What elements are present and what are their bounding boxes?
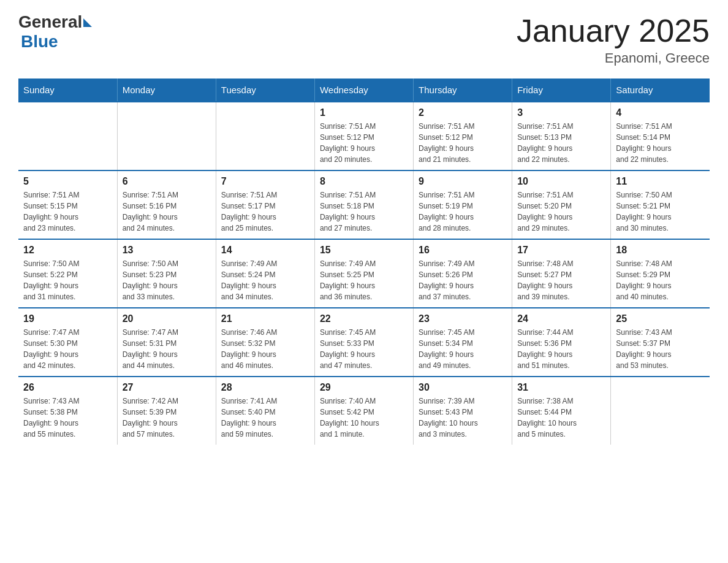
day-number: 8 [320,176,408,187]
day-cell: 8Sunrise: 7:51 AMSunset: 5:18 PMDaylight… [314,170,413,239]
day-cell: 14Sunrise: 7:49 AMSunset: 5:24 PMDayligh… [216,239,314,308]
day-info: Sunrise: 7:51 AMSunset: 5:16 PMDaylight:… [123,190,211,234]
header-cell-wednesday: Wednesday [314,79,413,102]
day-number: 16 [419,245,507,256]
week-row-5: 26Sunrise: 7:43 AMSunset: 5:38 PMDayligh… [18,377,710,445]
day-info: Sunrise: 7:51 AMSunset: 5:17 PMDaylight:… [221,190,309,234]
day-cell: 11Sunrise: 7:50 AMSunset: 5:21 PMDayligh… [611,170,710,239]
day-cell: 21Sunrise: 7:46 AMSunset: 5:32 PMDayligh… [216,308,314,377]
day-info: Sunrise: 7:41 AMSunset: 5:40 PMDaylight:… [221,396,309,440]
day-cell: 4Sunrise: 7:51 AMSunset: 5:14 PMDaylight… [611,102,710,170]
day-number: 30 [419,382,507,393]
day-number: 14 [221,245,309,256]
day-number: 10 [517,176,605,187]
day-number: 18 [616,245,705,256]
day-cell: 15Sunrise: 7:49 AMSunset: 5:25 PMDayligh… [314,239,413,308]
day-number: 6 [123,176,211,187]
day-info: Sunrise: 7:48 AMSunset: 5:27 PMDaylight:… [517,258,605,302]
day-info: Sunrise: 7:49 AMSunset: 5:26 PMDaylight:… [419,258,507,302]
day-number: 19 [23,313,112,324]
day-number: 31 [517,382,605,393]
day-number: 5 [23,176,112,187]
day-number: 24 [517,313,605,324]
day-info: Sunrise: 7:46 AMSunset: 5:32 PMDaylight:… [221,327,309,371]
day-cell: 2Sunrise: 7:51 AMSunset: 5:12 PMDaylight… [414,102,512,170]
day-info: Sunrise: 7:47 AMSunset: 5:31 PMDaylight:… [123,327,211,371]
day-cell: 3Sunrise: 7:51 AMSunset: 5:13 PMDaylight… [512,102,611,170]
header-cell-monday: Monday [117,79,216,102]
day-number: 9 [419,176,507,187]
day-number: 21 [221,313,309,324]
day-number: 4 [616,107,705,118]
day-info: Sunrise: 7:43 AMSunset: 5:38 PMDaylight:… [23,396,112,440]
day-cell: 5Sunrise: 7:51 AMSunset: 5:15 PMDaylight… [18,170,117,239]
logo-triangle-icon [83,18,92,27]
day-info: Sunrise: 7:49 AMSunset: 5:25 PMDaylight:… [320,258,408,302]
day-cell: 20Sunrise: 7:47 AMSunset: 5:31 PMDayligh… [117,308,216,377]
day-info: Sunrise: 7:43 AMSunset: 5:37 PMDaylight:… [616,327,705,371]
header-cell-thursday: Thursday [414,79,512,102]
header-cell-sunday: Sunday [18,79,117,102]
day-info: Sunrise: 7:45 AMSunset: 5:33 PMDaylight:… [320,327,408,371]
day-info: Sunrise: 7:51 AMSunset: 5:15 PMDaylight:… [23,190,112,234]
day-number: 12 [23,245,112,256]
header-cell-friday: Friday [512,79,611,102]
day-info: Sunrise: 7:51 AMSunset: 5:20 PMDaylight:… [517,190,605,234]
day-number: 29 [320,382,408,393]
calendar-table: SundayMondayTuesdayWednesdayThursdayFrid… [18,79,710,445]
day-cell: 19Sunrise: 7:47 AMSunset: 5:30 PMDayligh… [18,308,117,377]
calendar-subtitle: Epanomi, Greece [517,50,710,66]
day-number: 23 [419,313,507,324]
day-cell: 17Sunrise: 7:48 AMSunset: 5:27 PMDayligh… [512,239,611,308]
day-info: Sunrise: 7:51 AMSunset: 5:12 PMDaylight:… [320,121,408,165]
header-cell-saturday: Saturday [611,79,710,102]
day-info: Sunrise: 7:50 AMSunset: 5:23 PMDaylight:… [123,258,211,302]
day-cell: 13Sunrise: 7:50 AMSunset: 5:23 PMDayligh… [117,239,216,308]
day-info: Sunrise: 7:39 AMSunset: 5:43 PMDaylight:… [419,396,507,440]
day-cell [611,377,710,445]
day-number: 17 [517,245,605,256]
day-cell: 22Sunrise: 7:45 AMSunset: 5:33 PMDayligh… [314,308,413,377]
day-number: 25 [616,313,705,324]
day-cell: 1Sunrise: 7:51 AMSunset: 5:12 PMDaylight… [314,102,413,170]
day-cell: 24Sunrise: 7:44 AMSunset: 5:36 PMDayligh… [512,308,611,377]
day-info: Sunrise: 7:51 AMSunset: 5:18 PMDaylight:… [320,190,408,234]
day-cell: 18Sunrise: 7:48 AMSunset: 5:29 PMDayligh… [611,239,710,308]
day-cell [117,102,216,170]
logo-general: General [18,12,82,32]
day-number: 22 [320,313,408,324]
day-cell: 25Sunrise: 7:43 AMSunset: 5:37 PMDayligh… [611,308,710,377]
logo-blue: Blue [18,32,92,52]
day-cell: 26Sunrise: 7:43 AMSunset: 5:38 PMDayligh… [18,377,117,445]
day-info: Sunrise: 7:51 AMSunset: 5:13 PMDaylight:… [517,121,605,165]
page-header: General Blue January 2025 Epanomi, Greec… [18,12,710,66]
day-cell: 16Sunrise: 7:49 AMSunset: 5:26 PMDayligh… [414,239,512,308]
day-cell [216,102,314,170]
day-number: 7 [221,176,309,187]
day-number: 3 [517,107,605,118]
header-row: SundayMondayTuesdayWednesdayThursdayFrid… [18,79,710,102]
day-info: Sunrise: 7:40 AMSunset: 5:42 PMDaylight:… [320,396,408,440]
day-info: Sunrise: 7:51 AMSunset: 5:12 PMDaylight:… [419,121,507,165]
day-cell: 12Sunrise: 7:50 AMSunset: 5:22 PMDayligh… [18,239,117,308]
day-info: Sunrise: 7:47 AMSunset: 5:30 PMDaylight:… [23,327,112,371]
week-row-1: 1Sunrise: 7:51 AMSunset: 5:12 PMDaylight… [18,102,710,170]
day-info: Sunrise: 7:45 AMSunset: 5:34 PMDaylight:… [419,327,507,371]
calendar-body: 1Sunrise: 7:51 AMSunset: 5:12 PMDaylight… [18,102,710,445]
day-cell: 30Sunrise: 7:39 AMSunset: 5:43 PMDayligh… [414,377,512,445]
header-cell-tuesday: Tuesday [216,79,314,102]
day-cell: 23Sunrise: 7:45 AMSunset: 5:34 PMDayligh… [414,308,512,377]
day-number: 1 [320,107,408,118]
day-number: 20 [123,313,211,324]
calendar-title: January 2025 [517,12,710,49]
day-info: Sunrise: 7:51 AMSunset: 5:19 PMDaylight:… [419,190,507,234]
day-cell: 29Sunrise: 7:40 AMSunset: 5:42 PMDayligh… [314,377,413,445]
day-info: Sunrise: 7:44 AMSunset: 5:36 PMDaylight:… [517,327,605,371]
day-cell [18,102,117,170]
week-row-3: 12Sunrise: 7:50 AMSunset: 5:22 PMDayligh… [18,239,710,308]
day-cell: 31Sunrise: 7:38 AMSunset: 5:44 PMDayligh… [512,377,611,445]
day-info: Sunrise: 7:50 AMSunset: 5:21 PMDaylight:… [616,190,705,234]
day-info: Sunrise: 7:51 AMSunset: 5:14 PMDaylight:… [616,121,705,165]
day-info: Sunrise: 7:42 AMSunset: 5:39 PMDaylight:… [123,396,211,440]
day-info: Sunrise: 7:38 AMSunset: 5:44 PMDaylight:… [517,396,605,440]
